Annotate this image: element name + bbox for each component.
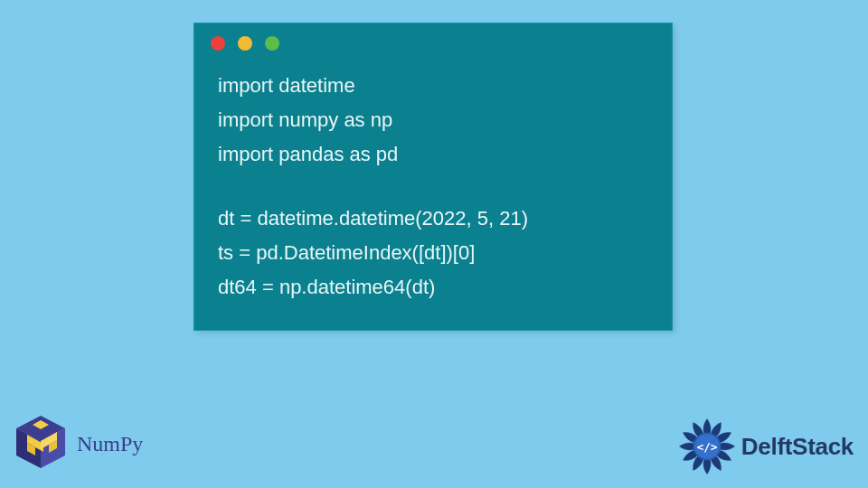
delftstack-label: DelftStack <box>741 433 854 461</box>
delftstack-logo: </> DelftStack <box>675 414 854 479</box>
code-line: dt = datetime.datetime(2022, 5, 21) <box>218 202 648 236</box>
svg-text:</>: </> <box>696 440 717 454</box>
numpy-cube-icon <box>9 412 72 475</box>
close-icon <box>211 36 225 51</box>
code-line: ts = pd.DatetimeIndex([dt])[0] <box>218 236 648 270</box>
code-window: import datetime import numpy as np impor… <box>193 23 673 331</box>
code-line: dt64 = np.datetime64(dt) <box>218 270 648 305</box>
code-line: import pandas as pd <box>218 137 648 172</box>
maximize-icon <box>265 36 279 51</box>
code-line: import datetime <box>218 69 648 103</box>
numpy-label: NumPy <box>77 432 143 456</box>
code-line: import numpy as np <box>218 103 648 137</box>
window-traffic-lights <box>194 23 672 56</box>
delftstack-medallion-icon: </> <box>675 414 740 479</box>
code-body: import datetime import numpy as np impor… <box>194 56 672 330</box>
minimize-icon <box>238 36 252 51</box>
numpy-logo: NumPy <box>9 412 143 475</box>
code-blank-line <box>218 171 648 202</box>
